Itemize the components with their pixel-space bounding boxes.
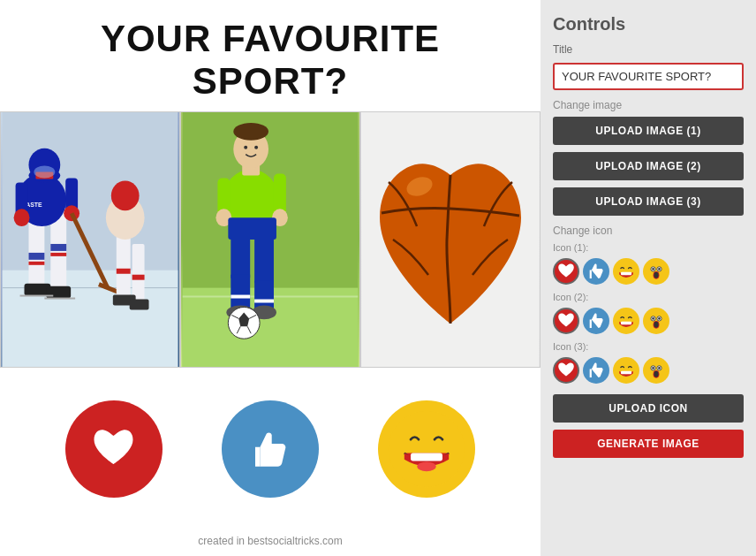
svg-rect-40 — [231, 295, 250, 299]
image-cell-basketball — [360, 111, 541, 368]
svg-rect-12 — [44, 298, 75, 300]
svg-rect-11 — [20, 295, 54, 297]
svg-point-81 — [652, 317, 654, 320]
heart-svg — [89, 425, 138, 474]
svg-point-66 — [418, 461, 437, 471]
hockey-image-svg: EASTE — [1, 112, 179, 367]
left-panel: YOUR FAVOURITE SPORT? — [0, 0, 541, 556]
icon-1-heart[interactable] — [553, 258, 579, 285]
svg-point-24 — [34, 166, 55, 179]
svg-point-64 — [389, 411, 465, 487]
image-cell-hockey: EASTE — [0, 111, 180, 368]
icon-1-options — [553, 258, 744, 285]
svg-rect-6 — [50, 244, 66, 251]
svg-point-32 — [111, 180, 140, 210]
images-row: EASTE — [0, 111, 541, 368]
svg-point-76 — [616, 310, 637, 331]
svg-rect-68 — [621, 272, 631, 275]
right-panel: Controls Title Change image UPLOAD IMAGE… — [541, 0, 756, 556]
controls-heading: Controls — [553, 14, 744, 34]
icon-3-thumb[interactable] — [583, 357, 609, 384]
icon-3-label: Icon (3): — [553, 341, 744, 352]
change-icon-label: Change icon — [553, 225, 744, 237]
svg-rect-65 — [411, 453, 442, 461]
svg-point-82 — [658, 317, 661, 320]
svg-point-93 — [654, 371, 658, 377]
icon-3-heart[interactable] — [553, 357, 579, 384]
title-label: Title — [553, 43, 744, 56]
laugh-svg — [387, 409, 466, 489]
main-heart-icon — [65, 400, 163, 498]
icon-1-laugh[interactable] — [613, 258, 639, 285]
title-input[interactable] — [553, 63, 744, 90]
icon-2-heart[interactable] — [553, 308, 579, 334]
icon-2-laugh[interactable] — [613, 308, 639, 334]
svg-point-75 — [654, 272, 658, 278]
svg-point-72 — [652, 268, 654, 270]
svg-rect-27 — [117, 269, 131, 274]
svg-rect-8 — [50, 253, 66, 256]
svg-point-91 — [658, 367, 661, 369]
upload-icon-button[interactable]: UPLOAD ICON — [553, 394, 744, 423]
basketball-heart-svg — [362, 111, 539, 368]
icon-2-options — [553, 308, 744, 334]
svg-point-67 — [616, 261, 637, 282]
icons-row — [0, 368, 541, 530]
svg-point-53 — [254, 146, 258, 149]
svg-point-17 — [14, 209, 30, 226]
svg-rect-7 — [28, 262, 44, 265]
upload-image-3-button[interactable]: UPLOAD IMAGE (3) — [553, 187, 744, 216]
generate-image-button[interactable]: GENERATE IMAGE — [553, 430, 744, 458]
footer-text: created in bestsocialtricks.com — [0, 530, 541, 556]
svg-point-84 — [654, 322, 658, 328]
svg-rect-37 — [254, 235, 274, 284]
icon-1-thumb[interactable] — [583, 258, 609, 285]
svg-rect-28 — [132, 275, 145, 280]
main-thumb-icon — [222, 400, 319, 498]
app-container: YOUR FAVOURITE SPORT? — [0, 0, 756, 556]
icon-2-thumb[interactable] — [583, 308, 609, 334]
icon-1-label: Icon (1): — [553, 242, 744, 253]
main-laugh-icon — [378, 400, 475, 498]
svg-rect-30 — [130, 300, 149, 310]
svg-rect-5 — [28, 253, 44, 260]
svg-rect-86 — [621, 371, 631, 374]
svg-point-73 — [658, 268, 661, 270]
svg-rect-77 — [621, 322, 631, 324]
svg-rect-26 — [132, 244, 145, 301]
svg-rect-54 — [228, 217, 276, 240]
image-cell-soccer — [180, 111, 360, 368]
svg-rect-41 — [254, 300, 274, 303]
change-image-label: Change image — [553, 99, 744, 111]
upload-image-1-button[interactable]: UPLOAD IMAGE (1) — [553, 117, 744, 145]
thumb-svg — [246, 425, 294, 474]
upload-image-2-button[interactable]: UPLOAD IMAGE (2) — [553, 152, 744, 180]
page-title: YOUR FAVOURITE SPORT? — [18, 18, 523, 103]
icon-3-wow[interactable] — [643, 357, 669, 384]
icon-1-wow[interactable] — [643, 258, 669, 285]
svg-point-85 — [616, 360, 637, 381]
icon-3-options — [553, 357, 744, 384]
svg-rect-38 — [231, 275, 250, 310]
svg-point-90 — [652, 367, 654, 369]
icon-2-label: Icon (2): — [553, 292, 744, 302]
svg-point-51 — [233, 123, 268, 141]
soccer-image-svg — [181, 112, 359, 367]
svg-rect-25 — [117, 235, 131, 297]
title-area: YOUR FAVOURITE SPORT? — [0, 0, 541, 111]
icon-2-wow[interactable] — [643, 308, 669, 334]
svg-point-52 — [244, 146, 247, 149]
icon-3-laugh[interactable] — [613, 357, 639, 384]
